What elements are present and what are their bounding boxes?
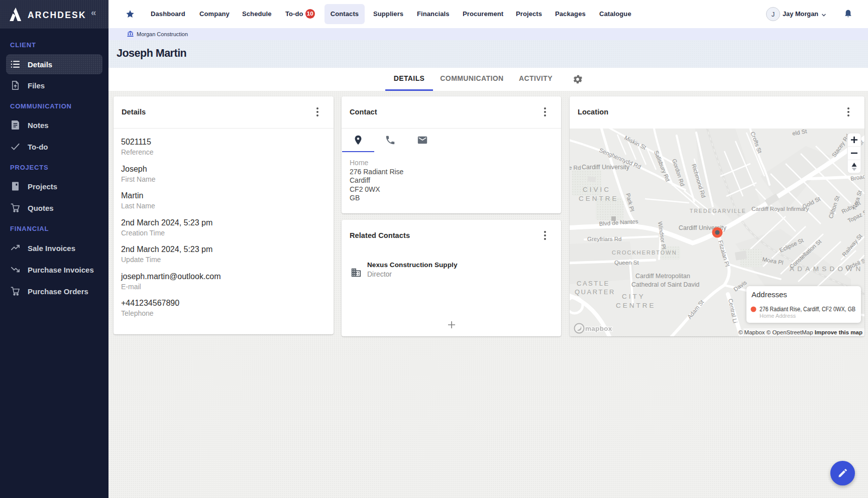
svg-text:QUARTER: QUARTER [575,288,615,296]
svg-text:CIVIC: CIVIC [583,186,611,193]
svg-text:Home Address: Home Address [759,313,796,319]
svg-text:Addresses: Addresses [751,290,787,299]
svg-text:e Rd: e Rd [570,165,581,171]
svg-text:276 Radiant Rise, Cardiff, CF2: 276 Radiant Rise, Cardiff, CF2 0WX, GB [759,305,855,313]
svg-text:© Mapbox © OpenStreetMap Impr: © Mapbox © OpenStreetMap Improve this ma… [738,329,862,335]
svg-text:Greyfriars Rd: Greyfriars Rd [587,236,621,242]
svg-text:TREDEGARVILLE: TREDEGARVILLE [690,208,746,214]
svg-text:CENTRE: CENTRE [616,302,656,309]
svg-text:CITY: CITY [622,293,645,300]
svg-text:Cardiff Royal Infirmary: Cardiff Royal Infirmary [751,206,809,212]
svg-text:CASTLE: CASTLE [577,280,610,287]
svg-text:CENTRE: CENTRE [579,195,619,202]
svg-text:Queen St: Queen St [614,260,639,266]
svg-text:CROCKHERBTOWN: CROCKHERBTOWN [612,250,677,256]
svg-text:Cathedral of Saint David: Cathedral of Saint David [631,281,700,288]
svg-text:Cardiff University: Cardiff University [582,164,630,171]
svg-text:Cardiff Metropolitan: Cardiff Metropolitan [635,273,690,280]
svg-text:ADAMSDOWN: ADAMSDOWN [790,265,863,273]
svg-text:mapbox: mapbox [585,325,612,332]
